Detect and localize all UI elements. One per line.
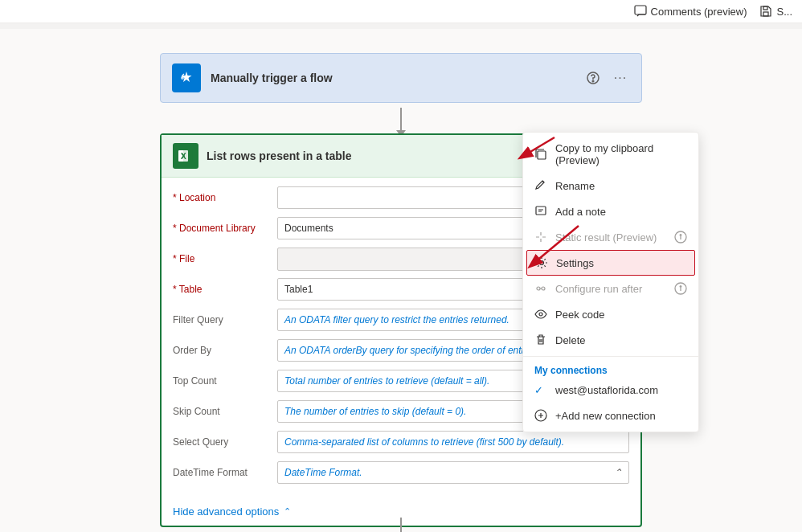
excel-icon: X: [173, 143, 198, 169]
trigger-icon: [172, 63, 201, 92]
skip-count-label: Skip Count: [173, 406, 277, 417]
svg-rect-2: [763, 6, 767, 10]
table-label: * Table: [173, 284, 277, 295]
datetime-format-input[interactable]: DateTime Format. ⌃: [277, 461, 629, 484]
order-by-label: Order By: [173, 345, 277, 356]
doc-library-value: Documents: [284, 223, 333, 234]
select-query-label: Select Query: [173, 436, 277, 448]
filter-query-placeholder: An ODATA filter query to restrict the en…: [284, 314, 509, 325]
menu-settings-label: Settings: [556, 257, 594, 269]
menu-delete[interactable]: Delete: [523, 327, 698, 353]
table-value: Table1: [284, 284, 313, 295]
menu-copy-label: Copy to my clipboard (Preview): [555, 142, 687, 166]
svg-text:X: X: [181, 152, 186, 161]
skip-count-placeholder: The number of entries to skip (default =…: [284, 406, 466, 417]
select-query-row: Select Query Comma-separated list of col…: [173, 430, 629, 454]
save-label: S...: [776, 6, 792, 18]
menu-note-label: Add a note: [555, 206, 606, 218]
trigger-help-button[interactable]: [583, 68, 603, 88]
check-icon: ✓: [534, 384, 547, 396]
save-button[interactable]: S...: [759, 5, 792, 18]
svg-point-16: [542, 287, 545, 290]
top-connector: [396, 108, 406, 137]
top-count-placeholder: Total number of entries to retrieve (def…: [284, 375, 489, 387]
datetime-format-label: DateTime Format: [173, 467, 277, 478]
svg-point-19: [539, 313, 542, 316]
datetime-format-chevron: ⌃: [614, 467, 622, 478]
comments-label: Comments (preview): [651, 6, 747, 18]
svg-point-5: [592, 80, 594, 82]
bottom-connector-line: [400, 518, 402, 532]
canvas: Manually trigger a flow ··· X: [0, 29, 802, 532]
svg-rect-0: [635, 6, 646, 14]
menu-configure: Configure run after: [523, 276, 698, 301]
menu-add-connection[interactable]: +Add new connection: [523, 403, 698, 428]
menu-copy[interactable]: Copy to my clipboard (Preview): [523, 136, 698, 173]
menu-rename-label: Rename: [555, 180, 595, 192]
context-menu: Copy to my clipboard (Preview) Rename Ad…: [522, 132, 699, 432]
hide-advanced-label: Hide advanced options: [173, 505, 279, 518]
menu-rename[interactable]: Rename: [523, 173, 698, 198]
menu-configure-label: Configure run after: [555, 283, 642, 295]
svg-rect-1: [763, 12, 768, 16]
svg-rect-10: [538, 151, 546, 159]
connections-section-label: My connections: [523, 360, 698, 378]
chevron-up-icon: ⌃: [284, 506, 291, 517]
top-bar: Comments (preview) S...: [0, 0, 802, 23]
svg-rect-11: [536, 207, 546, 215]
menu-settings[interactable]: Settings: [526, 250, 695, 276]
datetime-format-row: DateTime Format DateTime Format. ⌃: [173, 460, 629, 485]
menu-delete-label: Delete: [555, 334, 586, 346]
file-label: * File: [173, 253, 277, 264]
order-by-placeholder: An ODATA orderBy query for specifying th…: [284, 345, 539, 356]
location-label: * Location: [173, 192, 277, 203]
trigger-title: Manually trigger a flow: [211, 72, 574, 84]
trigger-actions: ···: [583, 68, 630, 88]
svg-point-13: [680, 235, 681, 236]
trigger-block: Manually trigger a flow ···: [160, 53, 642, 103]
menu-divider: [523, 356, 698, 357]
bottom-connector: [396, 518, 406, 532]
trigger-more-button[interactable]: ···: [611, 68, 630, 88]
menu-static: Static result (Preview): [523, 224, 698, 250]
menu-connection-email[interactable]: ✓ west@ustaflorida.com: [523, 378, 698, 403]
add-connection-label: +Add new connection: [555, 410, 656, 422]
select-query-input[interactable]: Comma-separated list of columns to retri…: [277, 431, 629, 453]
filter-query-label: Filter Query: [173, 314, 277, 325]
connection-email: west@ustaflorida.com: [555, 384, 658, 396]
svg-point-18: [680, 286, 681, 288]
top-count-label: Top Count: [173, 375, 277, 387]
menu-note[interactable]: Add a note: [523, 198, 698, 224]
menu-peek-label: Peek code: [555, 309, 604, 321]
action-title: List rows present in a table: [207, 149, 570, 162]
svg-point-15: [537, 287, 540, 290]
select-query-placeholder: Comma-separated list of columns to retri…: [284, 436, 564, 448]
menu-peek[interactable]: Peek code: [523, 301, 698, 327]
menu-static-label: Static result (Preview): [555, 231, 657, 243]
doc-library-label: * Document Library: [173, 223, 277, 234]
connector-line: [400, 108, 402, 130]
comments-button[interactable]: Comments (preview): [634, 5, 747, 18]
svg-point-14: [540, 261, 544, 265]
datetime-format-value: DateTime Format.: [284, 467, 362, 478]
